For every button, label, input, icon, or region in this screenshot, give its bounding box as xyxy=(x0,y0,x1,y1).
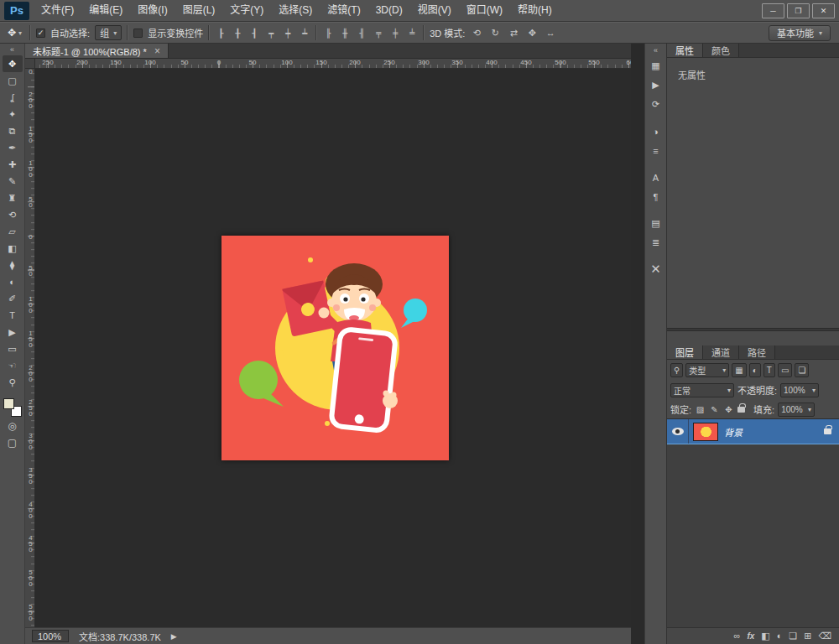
board-icon[interactable]: ▤ xyxy=(648,216,664,231)
menu-help[interactable]: 帮助(H) xyxy=(510,0,560,21)
gradient-tool[interactable]: ◧ xyxy=(3,240,23,257)
menu-edit[interactable]: 编辑(E) xyxy=(81,0,130,21)
lock-position-button[interactable]: ✥ xyxy=(723,405,734,414)
align-center-v-icon[interactable]: ┿ xyxy=(282,29,294,38)
filter-pixel-layers-button[interactable]: ▦ xyxy=(732,363,746,377)
refresh-icon[interactable]: ⟳ xyxy=(648,96,664,112)
menu-view[interactable]: 视图(V) xyxy=(410,0,459,21)
delete-layer-button[interactable]: ⌫ xyxy=(818,631,831,641)
layer-thumbnail[interactable] xyxy=(693,423,718,441)
move-tool[interactable]: ✥ xyxy=(3,55,23,72)
menu-3d[interactable]: 3D(D) xyxy=(368,0,410,21)
document-tab[interactable]: 未标题-1 @ 100%(RGB/8) * × xyxy=(25,44,169,58)
eraser-tool[interactable]: ▱ xyxy=(3,223,23,240)
half-circle-icon[interactable]: ◑ xyxy=(648,123,664,139)
list-lines-icon[interactable]: ≡ xyxy=(648,143,664,158)
maximize-button[interactable]: ❐ xyxy=(787,3,810,18)
filter-shape-layers-button[interactable]: ▭ xyxy=(778,363,792,377)
distribute-bottom-icon[interactable]: ╧ xyxy=(406,29,418,38)
filter-search-button[interactable]: ⚲ xyxy=(670,363,683,377)
brush-tool[interactable]: ✎ xyxy=(3,173,23,190)
minimize-button[interactable]: ─ xyxy=(762,3,784,18)
menu-select[interactable]: 选择(S) xyxy=(271,0,320,21)
3d-scale-icon[interactable]: ↔ xyxy=(544,28,557,38)
filter-adjustment-layers-button[interactable]: ◐ xyxy=(749,363,761,377)
layer-row-background[interactable]: 背景 xyxy=(667,419,839,444)
stacked-lines-icon[interactable]: ≣ xyxy=(648,235,664,251)
filter-type-select[interactable]: 类型 ▾ xyxy=(685,363,729,377)
distribute-top-icon[interactable]: ╤ xyxy=(373,29,384,38)
rectangle-shape-tool[interactable]: ▭ xyxy=(3,340,23,357)
clone-stamp-tool[interactable]: ♜ xyxy=(3,190,23,206)
pen-tool[interactable]: ✐ xyxy=(3,290,23,307)
3d-rotate-icon[interactable]: ⟲ xyxy=(470,28,483,39)
lock-all-button[interactable] xyxy=(737,407,745,413)
align-center-h-icon[interactable]: ╂ xyxy=(232,29,243,38)
tool-preset-picker[interactable]: ✥ ▾ xyxy=(5,27,24,39)
foreground-color-swatch[interactable] xyxy=(3,398,14,409)
add-mask-button[interactable]: ◧ xyxy=(761,631,769,641)
3d-roll-icon[interactable]: ↻ xyxy=(488,28,502,39)
grid-panel-icon[interactable]: ▦ xyxy=(648,58,664,74)
align-bottom-icon[interactable]: ┷ xyxy=(299,29,310,38)
x-mark-icon[interactable]: ✕ xyxy=(648,261,664,277)
blend-mode-select[interactable]: 正常 ▾ xyxy=(670,383,734,397)
opacity-input[interactable]: 100% ▾ xyxy=(780,383,819,397)
vertical-ruler[interactable]: 250 200 150 100 50 0 50 100 150 200 250 … xyxy=(25,69,35,627)
tab-properties[interactable]: 属性 xyxy=(667,44,703,57)
align-left-icon[interactable]: ┠ xyxy=(215,29,227,38)
paragraph-icon[interactable]: ¶ xyxy=(648,189,664,205)
rectangular-marquee-tool[interactable]: ▢ xyxy=(3,72,23,89)
align-right-icon[interactable]: ┨ xyxy=(248,29,260,38)
link-layers-button[interactable]: ∞ xyxy=(734,631,741,641)
layer-name[interactable]: 背景 xyxy=(724,425,824,439)
collapse-dock-icon[interactable]: « xyxy=(654,45,658,56)
document-canvas[interactable] xyxy=(221,236,449,460)
letter-a-icon[interactable]: A xyxy=(648,169,664,185)
workspace-switcher-button[interactable]: 基本功能 ▾ xyxy=(769,25,831,41)
healing-brush-tool[interactable]: ✚ xyxy=(3,156,23,173)
menu-file[interactable]: 文件(F) xyxy=(34,0,81,21)
layer-effects-button[interactable]: fx xyxy=(747,632,754,641)
screen-mode-button[interactable]: ▢ xyxy=(3,435,23,450)
distribute-left-icon[interactable]: ╟ xyxy=(322,29,334,38)
show-transform-checkbox[interactable] xyxy=(133,29,143,38)
status-popup-arrow-icon[interactable]: ▶ xyxy=(171,632,177,641)
distribute-center-v-icon[interactable]: ╪ xyxy=(389,29,401,38)
tab-layers[interactable]: 图层 xyxy=(667,345,703,359)
quick-mask-button[interactable]: ◎ xyxy=(3,418,23,434)
dodge-tool[interactable]: ◐ xyxy=(3,273,23,290)
auto-select-checkbox[interactable]: ✓ xyxy=(36,29,45,38)
eyedropper-tool[interactable]: ✒ xyxy=(3,139,23,156)
menu-layer[interactable]: 图层(L) xyxy=(175,0,223,21)
adjustment-layer-button[interactable]: ◐ xyxy=(777,631,783,641)
blur-tool[interactable]: ⧫ xyxy=(3,257,23,273)
filter-smart-objects-button[interactable]: ❏ xyxy=(795,363,809,377)
fill-input[interactable]: 100% ▾ xyxy=(778,402,815,417)
menu-window[interactable]: 窗口(W) xyxy=(459,0,510,21)
lock-pixels-button[interactable]: ✎ xyxy=(709,405,720,414)
menu-filter[interactable]: 滤镜(T) xyxy=(320,0,367,21)
auto-select-target-select[interactable]: 组 ▾ xyxy=(95,25,122,40)
panel-divider[interactable] xyxy=(667,328,839,331)
tab-channels[interactable]: 通道 xyxy=(703,345,739,359)
3d-drag-icon[interactable]: ⇄ xyxy=(507,28,520,39)
horizontal-ruler[interactable]: 250 200 150 100 50 0 50 100 150 200 250 … xyxy=(35,59,631,69)
menu-type[interactable]: 文字(Y) xyxy=(222,0,271,21)
history-brush-tool[interactable]: ⟲ xyxy=(3,206,23,223)
crop-tool[interactable]: ⧉ xyxy=(3,122,23,139)
tab-close-icon[interactable]: × xyxy=(154,47,160,55)
canvas-pasteboard[interactable] xyxy=(35,69,631,627)
distribute-right-icon[interactable]: ╢ xyxy=(356,29,367,38)
filter-type-layers-button[interactable]: T xyxy=(763,363,775,377)
lock-transparency-button[interactable]: ▨ xyxy=(695,405,706,414)
color-swatches[interactable] xyxy=(3,398,22,417)
distribute-center-h-icon[interactable]: ╫ xyxy=(339,29,351,38)
3d-slide-icon[interactable]: ✥ xyxy=(525,28,539,39)
zoom-level-field[interactable]: 100% xyxy=(32,630,69,642)
tab-color[interactable]: 颜色 xyxy=(703,44,739,57)
type-tool[interactable]: T xyxy=(3,307,23,324)
ruler-corner[interactable] xyxy=(25,59,35,69)
path-selection-tool[interactable]: ▶ xyxy=(3,324,23,340)
collapse-panel-icon[interactable]: « xyxy=(0,44,24,55)
